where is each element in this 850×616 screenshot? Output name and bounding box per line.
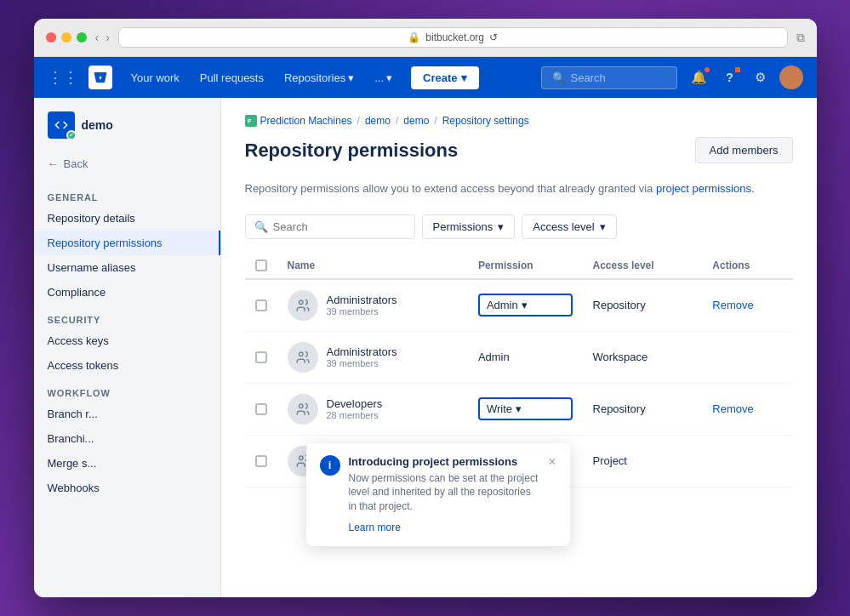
group-avatar [288, 342, 318, 373]
svg-point-2 [299, 300, 303, 305]
repositories-nav[interactable]: Repositories ▾ [276, 66, 362, 89]
sidebar-item-branch-restrictions[interactable]: Branch r... [34, 402, 220, 426]
close-button[interactable] [46, 32, 56, 43]
row-checkbox[interactable] [255, 455, 267, 467]
sidebar-item-repo-permissions[interactable]: Repository permissions [34, 231, 220, 255]
sidebar-item-webhooks[interactable]: Webhooks [34, 476, 220, 500]
row-checkbox-cell [245, 383, 277, 435]
svg-text:P: P [248, 118, 251, 124]
select-all-header [245, 253, 277, 279]
svg-point-3 [299, 352, 303, 356]
sidebar-item-merge-strategies[interactable]: Merge s... [34, 451, 220, 476]
create-button[interactable]: Create ▾ [411, 66, 478, 89]
maximize-button[interactable] [77, 32, 87, 43]
access-level-cell: Repository [583, 383, 703, 435]
permission-cell: Admin [468, 331, 583, 383]
settings-button[interactable]: ⚙ [749, 66, 773, 89]
toast-title: Introducing project permissions [349, 455, 540, 468]
remove-button[interactable]: Remove [712, 402, 753, 415]
permission-header: Permission [468, 253, 583, 279]
forward-nav-icon[interactable]: › [106, 31, 110, 44]
top-navigation: ⋮⋮ Your work Pull requests Repositories … [34, 57, 817, 98]
permission-text: Admin [478, 351, 573, 363]
chevron-down-icon: ▾ [461, 71, 467, 84]
search-box[interactable]: 🔍 [245, 214, 415, 239]
sidebar-item-branching-model[interactable]: Branchi... [34, 426, 220, 451]
repo-icon: ✓ [48, 111, 75, 139]
security-section-label: Security [34, 305, 220, 328]
global-search[interactable]: 🔍 Search [541, 66, 677, 89]
nav-links: Your work Pull requests Repositories ▾ .… [123, 66, 402, 89]
general-section-label: General [34, 182, 220, 206]
group-avatar [288, 290, 318, 321]
browser-window-actions[interactable]: ⧉ [796, 31, 805, 45]
search-input[interactable] [273, 220, 406, 233]
remove-button[interactable]: Remove [712, 299, 753, 311]
project-permissions-link[interactable]: project permissions. [656, 182, 755, 195]
sidebar-item-access-keys[interactable]: Access keys [34, 328, 220, 353]
window-controls-icon[interactable]: ⧉ [796, 31, 805, 44]
access-level-filter-button[interactable]: Access level ▾ [522, 214, 616, 239]
toast-learn-more-link[interactable]: Learn more [349, 522, 401, 533]
row-checkbox[interactable] [255, 403, 267, 415]
actions-cell: Remove [702, 383, 792, 435]
user-avatar[interactable] [779, 66, 803, 89]
lock-icon: 🔒 [408, 31, 420, 43]
grid-icon[interactable]: ⋮⋮ [48, 68, 78, 87]
breadcrumb-prediction-machines[interactable]: P Prediction Machines [245, 115, 352, 127]
permission-select[interactable]: Write ▾ [478, 397, 573, 420]
browser-nav-controls[interactable]: ‹ › [95, 31, 110, 44]
permission-select[interactable]: Admin ▾ [478, 294, 573, 317]
address-bar[interactable]: 🔒 bitbucket.org ↺ [118, 27, 788, 48]
reload-icon[interactable]: ↺ [489, 31, 498, 43]
toast-info-icon: i [320, 455, 340, 476]
row-checkbox[interactable] [255, 351, 267, 363]
table-row: Administrators 39 members Admin ▾ [245, 279, 793, 332]
main-content: P Prediction Machines / demo / demo / Re… [221, 98, 817, 597]
access-level-header: Access level [583, 253, 703, 279]
permission-cell: Write ▾ [468, 383, 583, 435]
actions-cell [702, 435, 792, 487]
page-title: Repository permissions [245, 140, 459, 162]
workflow-section-label: Workflow [34, 378, 220, 402]
more-nav[interactable]: ... ▾ [366, 66, 401, 89]
chevron-down-icon: ▾ [498, 220, 504, 233]
minimize-button[interactable] [61, 32, 71, 43]
traffic-lights [46, 32, 87, 43]
access-level-cell: Repository [583, 279, 703, 332]
svg-point-4 [299, 404, 303, 408]
breadcrumb-demo-1[interactable]: demo [365, 115, 391, 127]
pull-requests-nav[interactable]: Pull requests [191, 66, 272, 89]
breadcrumb-repo-settings[interactable]: Repository settings [442, 115, 529, 127]
permissions-filter-button[interactable]: Permissions ▾ [422, 214, 516, 239]
sidebar-item-repo-details[interactable]: Repository details [34, 206, 220, 231]
toast-content: Introducing project permissions Now perm… [349, 455, 540, 534]
name-header: Name [277, 253, 468, 279]
repo-badge: ✓ [66, 130, 77, 140]
chevron-down-icon: ▾ [522, 299, 528, 311]
sidebar-item-compliance[interactable]: Compliance [34, 280, 220, 305]
back-button[interactable]: ← Back [34, 152, 220, 175]
help-button[interactable]: ? [718, 66, 742, 89]
bitbucket-logo[interactable] [88, 66, 112, 89]
nav-icons: 🔔 ? ⚙ [687, 66, 803, 89]
sidebar-item-username-aliases[interactable]: Username aliases [34, 255, 220, 280]
add-members-button[interactable]: Add members [695, 137, 793, 163]
table-row: Administrators 39 members Admin W [245, 331, 793, 383]
browser-chrome: ‹ › 🔒 bitbucket.org ↺ ⧉ [34, 19, 817, 57]
breadcrumb-demo-2[interactable]: demo [403, 115, 429, 127]
notifications-button[interactable]: 🔔 [687, 66, 711, 89]
chevron-down-icon: ▾ [348, 71, 354, 84]
select-all-checkbox[interactable] [255, 260, 267, 271]
question-mark-icon: ? [726, 71, 733, 84]
toast-notification: i Introducing project permissions Now pe… [306, 443, 570, 546]
toast-close-button[interactable]: × [548, 455, 556, 469]
actions-cell [702, 331, 792, 383]
your-work-nav[interactable]: Your work [123, 66, 188, 89]
back-nav-icon[interactable]: ‹ [95, 31, 100, 44]
help-badge [735, 67, 740, 72]
row-checkbox[interactable] [255, 299, 267, 311]
sidebar-item-access-tokens[interactable]: Access tokens [34, 353, 220, 378]
gear-icon: ⚙ [755, 70, 766, 85]
project-icon: P [245, 115, 257, 127]
